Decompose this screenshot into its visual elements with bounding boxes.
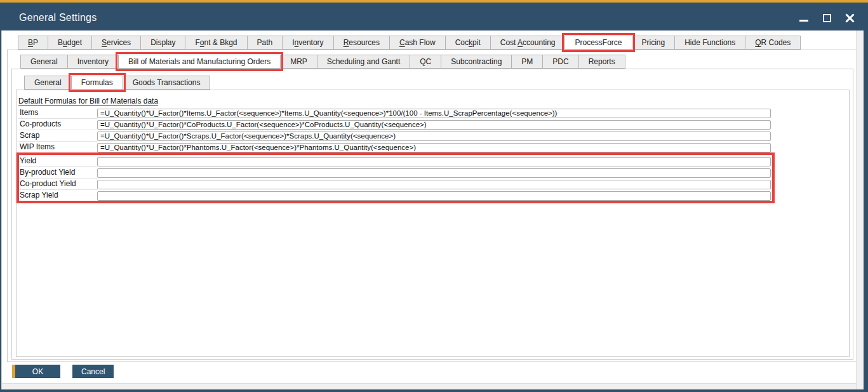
tab-budget[interactable]: Budget	[48, 36, 92, 50]
tab-font-bkgd[interactable]: Font & Bkgd	[185, 36, 247, 50]
processforce-tab-bar: GeneralInventoryBill of Materials and Ma…	[20, 55, 625, 69]
tab-bp[interactable]: BP	[18, 36, 48, 50]
tab-mrp[interactable]: MRP	[280, 55, 317, 69]
formula-row-scrap: Scrap	[18, 130, 771, 142]
formula-input-by-product-yield[interactable]	[97, 168, 771, 178]
tab-reports[interactable]: Reports	[578, 55, 625, 69]
tab-path[interactable]: Path	[247, 36, 283, 50]
right-gutter	[856, 30, 864, 389]
formula-input-yield[interactable]	[97, 157, 771, 166]
formula-input-wip-items[interactable]	[97, 143, 771, 152]
minimize-icon	[799, 20, 808, 22]
tab-formulas[interactable]: Formulas	[71, 76, 123, 90]
formula-row-co-products: Co-products	[18, 119, 771, 130]
window-client-area: BPBudgetServicesDisplayFont & BkgdPathIn…	[1, 30, 864, 389]
tab-qr-codes[interactable]: QR Codes	[745, 36, 801, 50]
minimize-button[interactable]	[797, 11, 811, 25]
tab-inventory[interactable]: Inventory	[282, 36, 333, 50]
tab-processforce[interactable]: ProcessForce	[564, 36, 632, 50]
formula-row-items: Items	[18, 107, 771, 119]
cancel-button[interactable]: Cancel	[72, 365, 114, 378]
maximize-button[interactable]	[820, 11, 834, 25]
tab-resources[interactable]: Resources	[333, 36, 390, 50]
field-label-scrap-yield: Scrap Yield	[18, 190, 97, 201]
tab-cockpit[interactable]: Cockpit	[445, 36, 491, 50]
tab-bill-of-materials-and-manufacturing-orders[interactable]: Bill of Materials and Manufacturing Orde…	[118, 55, 281, 69]
field-label-scrap: Scrap	[18, 130, 97, 142]
field-label-items: Items	[18, 107, 97, 119]
field-label-co-products: Co-products	[18, 119, 97, 130]
tab-scheduling-and-gantt[interactable]: Scheduling and Gantt	[317, 55, 410, 69]
ok-button[interactable]: OK	[12, 365, 60, 378]
settings-tab-bar: BPBudgetServicesDisplayFont & BkgdPathIn…	[18, 36, 801, 50]
tab-general[interactable]: General	[20, 55, 68, 69]
tab-pm[interactable]: PM	[511, 55, 543, 69]
close-button[interactable]	[843, 11, 857, 25]
formula-row-yield: Yield	[18, 156, 771, 167]
formula-input-co-products[interactable]	[97, 120, 771, 130]
formula-row-by-product-yield: By-product Yield	[18, 167, 771, 179]
title-bar: General Settings	[0, 5, 868, 30]
tab-display[interactable]: Display	[140, 36, 185, 50]
tab-cost-accounting[interactable]: Cost Accounting	[490, 36, 566, 50]
field-label-yield: Yield	[18, 156, 97, 167]
tab-hide-functions[interactable]: Hide Functions	[674, 36, 745, 50]
close-icon	[845, 13, 855, 23]
formula-rows: ItemsCo-productsScrapWIP ItemsYieldBy-pr…	[18, 107, 771, 201]
tab-inventory[interactable]: Inventory	[67, 55, 119, 69]
formula-input-co-product-yield[interactable]	[97, 180, 771, 189]
maximize-icon	[823, 14, 831, 22]
formula-row-scrap-yield: Scrap Yield	[18, 190, 771, 201]
formula-input-scrap-yield[interactable]	[97, 191, 771, 201]
tab-qc[interactable]: QC	[410, 55, 441, 69]
tab-cash-flow[interactable]: Cash Flow	[389, 36, 446, 50]
formula-row-co-product-yield: Co-product Yield	[18, 179, 771, 190]
group-title-default-formulas: Default Formulas for Bill of Materials d…	[18, 97, 158, 105]
bom-tab-bar: GeneralFormulasGoods Transactions	[24, 76, 210, 90]
tab-goods-transactions[interactable]: Goods Transactions	[123, 76, 211, 90]
field-label-wip-items: WIP Items	[18, 142, 97, 153]
formula-input-items[interactable]	[97, 109, 771, 118]
tab-pdc[interactable]: PDC	[542, 55, 578, 69]
tab-services[interactable]: Services	[91, 36, 141, 50]
window-controls	[797, 11, 868, 25]
general-settings-window: General Settings BPBudgetServicesDisplay…	[0, 0, 868, 392]
field-label-by-product-yield: By-product Yield	[18, 167, 97, 179]
window-title: General Settings	[0, 12, 97, 24]
tab-subcontracting[interactable]: Subcontracting	[441, 55, 512, 69]
footer-button-bar: OK Cancel	[12, 365, 114, 378]
bottom-gutter	[2, 383, 856, 389]
field-label-co-product-yield: Co-product Yield	[18, 179, 97, 190]
formula-row-wip-items: WIP Items	[18, 142, 771, 153]
formula-input-scrap[interactable]	[97, 132, 771, 141]
tab-pricing[interactable]: Pricing	[632, 36, 676, 50]
tab-general[interactable]: General	[24, 76, 72, 90]
